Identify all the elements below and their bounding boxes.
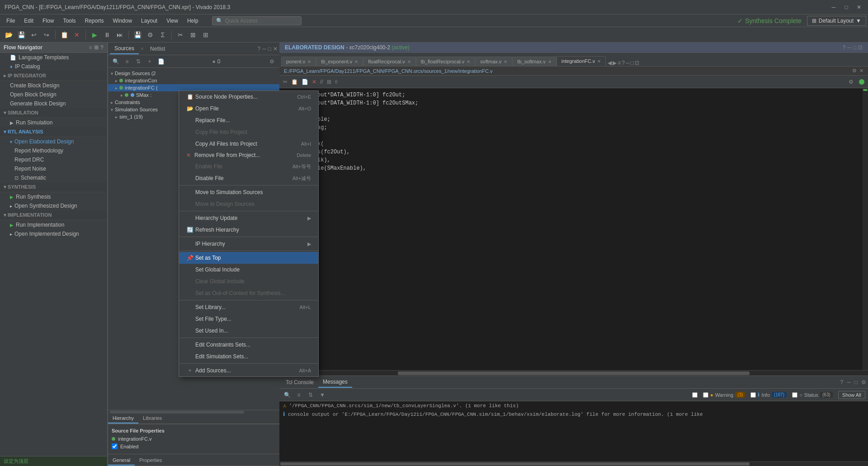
run-button[interactable]: ▶ xyxy=(89,29,100,41)
sum-button[interactable]: Σ xyxy=(157,29,169,41)
flow-nav-icon1[interactable]: ≡ xyxy=(89,44,92,51)
nav-item-open-block[interactable]: Open Block Design xyxy=(0,90,107,99)
editor-settings-icon[interactable]: ⚙ xyxy=(852,68,857,74)
tab-next-icon[interactable]: ▶ xyxy=(613,60,617,66)
src-sort-btn[interactable]: ⇅ xyxy=(133,57,143,67)
ctx-refresh-hierarchy[interactable]: 🔄 Refresh Hierarchy xyxy=(179,224,318,236)
tab-softmax[interactable]: softmax.v ✕ xyxy=(475,57,512,66)
redo-button[interactable]: ↪ xyxy=(41,29,52,41)
msg-sort-btn[interactable]: ⇅ xyxy=(306,390,316,400)
elab-help-icon[interactable]: ? xyxy=(843,44,846,51)
indent-icon[interactable]: ⊞ xyxy=(327,79,331,85)
ctx-edit-constraints[interactable]: Edit Constraints Sets... xyxy=(179,339,318,351)
grid-button[interactable]: ⊞ xyxy=(200,29,212,41)
ctx-open-file[interactable]: 📂 Open File Alt+O xyxy=(179,103,318,114)
close-ponent-icon[interactable]: ✕ xyxy=(307,59,311,64)
nav-item-language-templates[interactable]: 📄 Language Templates xyxy=(0,53,107,62)
src-add-btn[interactable]: + xyxy=(145,57,155,67)
elab-min-icon[interactable]: ─ xyxy=(847,44,851,51)
ctx-hierarchy-update[interactable]: Hierarchy Update ▶ xyxy=(179,212,318,224)
marker-icon[interactable]: ◊ xyxy=(335,79,338,85)
src-file-btn[interactable]: 📄 xyxy=(156,57,166,67)
cut-button[interactable]: ✂ xyxy=(175,29,186,41)
close-button[interactable]: ✕ xyxy=(854,3,863,12)
nav-item-report-drc[interactable]: Report DRC xyxy=(0,155,107,164)
elab-max-icon[interactable]: □ xyxy=(853,44,856,51)
nav-item-create-block[interactable]: Create Block Design xyxy=(0,81,107,90)
menu-help[interactable]: Help xyxy=(183,16,203,26)
nav-item-open-synth[interactable]: ▸ Open Synthesized Design xyxy=(0,201,107,210)
close-tb-float-icon[interactable]: ✕ xyxy=(467,59,470,64)
close-file-icon[interactable]: ✕ xyxy=(859,68,863,74)
menu-window[interactable]: Window xyxy=(108,16,137,26)
comment-icon[interactable]: // xyxy=(320,79,323,85)
src-help-icon[interactable]: ? xyxy=(258,46,261,52)
save-button[interactable]: 💾 xyxy=(15,29,27,41)
src-filter-btn[interactable]: ≡ xyxy=(122,57,132,67)
ctx-ip-hierarchy[interactable]: IP Hierarchy ▶ xyxy=(179,238,318,250)
ctx-set-global-include[interactable]: Set Global Include xyxy=(179,264,318,276)
tab-max-icon[interactable]: □ xyxy=(631,60,634,66)
msg-search-btn[interactable]: 🔍 xyxy=(282,390,292,400)
undo-button[interactable]: ↩ xyxy=(28,29,40,41)
bottom-max-icon[interactable]: □ xyxy=(854,379,858,385)
settings-button[interactable]: ⚙ xyxy=(144,29,156,41)
src-search-btn[interactable]: 🔍 xyxy=(111,57,121,67)
sources-tab[interactable]: Sources xyxy=(110,43,139,54)
flow-nav-icon2[interactable]: ⊞ xyxy=(94,44,99,51)
close-int-icon[interactable]: ✕ xyxy=(597,59,601,64)
show-all-button[interactable]: Show All xyxy=(838,391,865,399)
nav-item-schematic[interactable]: ⊡ Schematic xyxy=(0,173,107,182)
paste-editor-icon[interactable]: 📄 xyxy=(302,79,308,85)
hierarchy-tab[interactable]: Hierarchy xyxy=(108,414,138,423)
nav-item-report-method[interactable]: Report Methodology xyxy=(0,146,107,155)
ctx-disable-file[interactable]: Disable File Alt+减号 xyxy=(179,172,318,184)
pause-button[interactable]: ⏸ xyxy=(101,29,113,41)
tab-list-icon[interactable]: ≡ xyxy=(618,60,621,66)
ctx-set-library[interactable]: Set Library... Alt+L xyxy=(179,301,318,313)
nav-item-run-simulation[interactable]: ▶ Run Simulation xyxy=(0,118,107,127)
tab-float-reciprocal[interactable]: floatReciprocal.v ✕ xyxy=(363,57,415,66)
src-design-sources[interactable]: ▾ Design Sources (2 xyxy=(108,70,279,77)
src-max-icon[interactable]: □ xyxy=(268,46,271,52)
tab-tb-softmax[interactable]: tb_softmax.v ✕ xyxy=(512,57,556,66)
warning-checkbox[interactable] xyxy=(703,392,708,398)
close-tb-softmax-icon[interactable]: ✕ xyxy=(548,59,552,64)
netlist-tab[interactable]: Netlist xyxy=(146,44,170,54)
msg-filter-btn[interactable]: ≡ xyxy=(294,390,304,400)
ctx-set-used-in[interactable]: Set Used In... xyxy=(179,325,318,337)
editor-gear-icon[interactable]: ⚙ xyxy=(849,79,854,85)
src-min-icon[interactable]: ─ xyxy=(262,46,266,52)
enabled-checkbox[interactable] xyxy=(112,443,118,449)
menu-view[interactable]: View xyxy=(162,16,183,26)
menu-file[interactable]: File xyxy=(2,16,19,26)
tab-tb-float-reciprocal[interactable]: tb_floatReciprocal.v ✕ xyxy=(416,57,476,66)
error-checkbox[interactable] xyxy=(692,392,698,398)
ctx-add-sources[interactable]: + Add Sources... Alt+A xyxy=(179,365,318,376)
maximize-button[interactable]: □ xyxy=(842,3,851,12)
ctx-copy-all-into-project[interactable]: Copy All Files Into Project Alt+I xyxy=(179,138,318,150)
src-integration-con[interactable]: ▸ integrationCon xyxy=(108,77,279,84)
bottom-min-icon[interactable]: ─ xyxy=(847,379,851,385)
libraries-tab[interactable]: Libraries xyxy=(138,414,166,423)
nav-item-report-noise[interactable]: Report Noise xyxy=(0,164,107,173)
open-project-button[interactable]: 📂 xyxy=(3,29,14,41)
close-float-icon[interactable]: ✕ xyxy=(407,59,411,64)
nav-item-run-synth[interactable]: ▶ Run Synthesis xyxy=(0,192,107,201)
uncheck-button[interactable]: ⊠ xyxy=(187,29,199,41)
ctx-set-file-type[interactable]: Set File Type... xyxy=(179,313,318,325)
save2-button[interactable]: 💾 xyxy=(132,29,143,41)
menu-edit[interactable]: Edit xyxy=(19,16,38,26)
ctx-source-properties[interactable]: 📋 Source Node Properties... Ctrl+E xyxy=(179,91,318,103)
properties-tab[interactable]: Properties xyxy=(135,456,166,466)
nav-item-open-elab[interactable]: ▾ Open Elaborated Design xyxy=(0,137,107,146)
tcl-console-tab[interactable]: Tcl Console xyxy=(281,377,318,387)
elab-float-icon[interactable]: ⊡ xyxy=(858,44,863,51)
close-tb-exp-icon[interactable]: ✕ xyxy=(354,59,358,64)
copy-editor-icon[interactable]: 📋 xyxy=(291,79,298,85)
src-close-icon[interactable]: ✕ xyxy=(273,46,278,52)
delete-editor-icon[interactable]: ✕ xyxy=(312,79,316,85)
delete-button[interactable]: ✕ xyxy=(71,29,83,41)
tab-integration-fc[interactable]: integrationFC.v ✕ xyxy=(557,56,606,66)
tab-float-icon[interactable]: ⊡ xyxy=(635,60,639,66)
